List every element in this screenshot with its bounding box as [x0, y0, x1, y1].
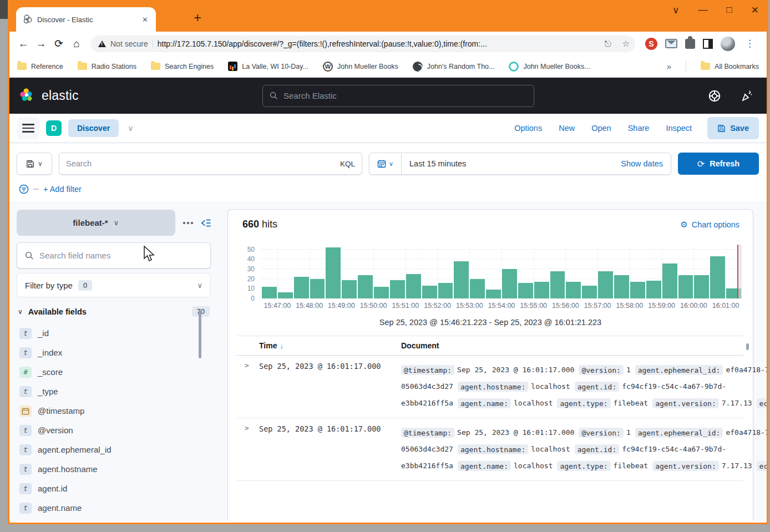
query-language-button[interactable]: KQL: [340, 160, 355, 168]
histogram-bar[interactable]: [694, 275, 709, 298]
show-dates-button[interactable]: Show dates: [621, 159, 671, 168]
time-range-value[interactable]: Last 15 minutes: [402, 159, 621, 168]
histogram-bar[interactable]: [646, 281, 661, 298]
field-list-item[interactable]: t@version: [17, 420, 211, 440]
tab-search-icon[interactable]: ∨: [672, 4, 679, 16]
histogram-bar[interactable]: [470, 279, 485, 298]
toolbar-link-share[interactable]: Share: [628, 124, 650, 133]
field-list-item[interactable]: tagent.hostname: [17, 459, 211, 479]
bookmark-item[interactable]: John Mueller Books...: [509, 62, 590, 72]
histogram-bar[interactable]: [342, 280, 357, 299]
reload-button[interactable]: ⟳: [50, 37, 67, 50]
bookmark-item[interactable]: WJohn Mueller Books: [323, 62, 398, 72]
help-lifering-icon[interactable]: [708, 89, 721, 103]
histogram-bar[interactable]: [438, 283, 453, 298]
document-field-name[interactable]: agent.hostname:: [458, 444, 528, 454]
index-pattern-selector[interactable]: filebeat-* ∨: [17, 210, 175, 236]
add-filter-button[interactable]: + Add filter: [43, 185, 82, 194]
field-list-item[interactable]: tagent.ephemeral_id: [17, 440, 211, 459]
profile-avatar[interactable]: [721, 37, 735, 51]
field-list-item[interactable]: #_score: [17, 362, 211, 382]
bookmark-item[interactable]: La Valle, WI 10-Day...: [228, 62, 308, 71]
collapse-sidebar-icon[interactable]: [201, 219, 211, 227]
document-field-name[interactable]: agent.ephemeral_id:: [635, 428, 723, 438]
refresh-button[interactable]: ⟳ Refresh: [678, 153, 759, 175]
histogram-bar[interactable]: [262, 287, 277, 298]
extension-mail-icon[interactable]: [665, 39, 677, 48]
histogram-bar[interactable]: [630, 282, 645, 298]
date-quick-select-button[interactable]: ∨: [369, 153, 402, 174]
window-close-button[interactable]: ✕: [751, 4, 759, 16]
toolbar-link-inspect[interactable]: Inspect: [666, 124, 692, 133]
share-icon[interactable]: ⎋: [601, 39, 615, 49]
histogram-bar[interactable]: [278, 292, 293, 298]
histogram-bar[interactable]: [518, 283, 533, 298]
histogram-bar[interactable]: [502, 269, 517, 298]
url-text[interactable]: http://172.105.7.150/app/discover#/?_g=(…: [158, 39, 597, 48]
filter-by-type-dropdown[interactable]: Filter by type 0 ∨: [17, 273, 211, 297]
toolbar-link-open[interactable]: Open: [591, 124, 611, 133]
save-button[interactable]: Save: [707, 117, 759, 139]
bookmarks-overflow-button[interactable]: »: [667, 62, 671, 71]
histogram-bar[interactable]: [550, 271, 565, 298]
histogram-bar[interactable]: [486, 290, 501, 298]
time-column-header[interactable]: Time↓: [259, 341, 401, 350]
field-list-item[interactable]: @timestamp: [17, 401, 211, 420]
chart-plot-area[interactable]: [261, 245, 742, 298]
not-secure-label[interactable]: Not secure: [110, 39, 148, 48]
field-list-item[interactable]: t_index: [17, 343, 211, 362]
address-bar[interactable]: Not secure http://172.105.7.150/app/disc…: [90, 36, 635, 52]
bookmark-item[interactable]: Search Engines: [151, 63, 214, 70]
saved-query-menu-button[interactable]: ∨: [17, 153, 52, 175]
field-list-item[interactable]: tagent.id: [17, 479, 211, 498]
document-field-name[interactable]: @timestamp:: [401, 428, 454, 438]
window-maximize-button[interactable]: □: [726, 4, 732, 16]
bookmark-item[interactable]: Radio Stations: [78, 63, 136, 70]
document-field-name[interactable]: agent.name:: [458, 461, 511, 471]
elastic-brand[interactable]: elastic: [19, 88, 79, 104]
tab-close-icon[interactable]: ✕: [140, 14, 150, 25]
field-settings-icon[interactable]: [183, 222, 193, 224]
filter-icon[interactable]: [19, 184, 29, 194]
bookmark-item[interactable]: Reference: [17, 63, 63, 70]
side-panel-icon[interactable]: [703, 39, 713, 49]
document-field-name[interactable]: @version:: [579, 365, 623, 375]
extension-shield-icon[interactable]: S: [645, 38, 657, 50]
histogram-bar[interactable]: [678, 275, 693, 298]
forward-button[interactable]: →: [33, 38, 49, 50]
home-button[interactable]: ⌂: [68, 38, 85, 50]
bookmark-star-icon[interactable]: ☆: [619, 39, 633, 49]
document-field-name[interactable]: agent.hostname:: [458, 382, 528, 392]
histogram-bar[interactable]: [614, 275, 629, 298]
histogram-bar[interactable]: [662, 264, 677, 298]
sort-down-icon[interactable]: ↓: [280, 342, 283, 350]
space-avatar[interactable]: D: [46, 120, 62, 136]
window-minimize-button[interactable]: —: [698, 4, 707, 16]
new-tab-button[interactable]: +: [189, 10, 206, 26]
document-field-name[interactable]: agent.version:: [652, 461, 719, 471]
field-list-item[interactable]: tagent.name: [17, 498, 211, 518]
histogram-bar[interactable]: [294, 277, 309, 298]
histogram-bar[interactable]: [566, 282, 581, 298]
global-search-input[interactable]: Search Elastic: [262, 85, 534, 107]
breadcrumb[interactable]: Discover: [68, 119, 119, 137]
histogram-bar[interactable]: [534, 282, 549, 298]
browser-tab[interactable]: Discover - Elastic ✕: [16, 7, 156, 32]
document-field-name[interactable]: agent.name:: [458, 398, 511, 408]
histogram-bar[interactable]: [358, 275, 373, 298]
row-expand-icon[interactable]: >: [237, 424, 259, 474]
document-field-name[interactable]: agent.ephemeral_id:: [635, 365, 723, 375]
field-list-item[interactable]: t_type: [17, 382, 211, 401]
not-secure-warning-icon[interactable]: [98, 40, 106, 47]
histogram-bar[interactable]: [406, 274, 421, 298]
document-field-name[interactable]: agent.id:: [575, 382, 619, 392]
nav-menu-icon[interactable]: [17, 117, 39, 139]
all-bookmarks-button[interactable]: All Bookmarks: [701, 63, 759, 70]
document-field-name[interactable]: agent.type:: [557, 398, 610, 408]
document-column-header[interactable]: Document: [401, 341, 744, 350]
available-fields-header[interactable]: ∨ Available fields 70: [17, 306, 211, 317]
browser-menu-icon[interactable]: ⋮: [743, 38, 757, 49]
chart-options-button[interactable]: ⚙ Chart options: [680, 220, 739, 230]
document-field-name[interactable]: agent.version:: [652, 398, 719, 408]
document-field-name[interactable]: @version:: [579, 428, 623, 438]
